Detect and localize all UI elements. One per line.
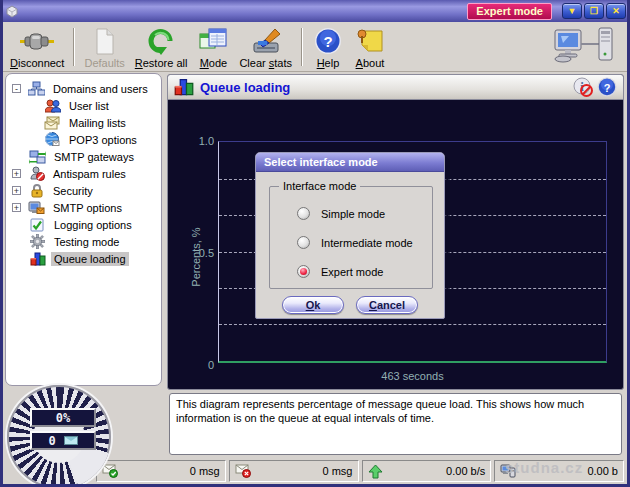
interface-mode-group: Interface mode Simple mode Intermediate … <box>269 186 433 289</box>
pop3-options-icon <box>44 132 61 147</box>
help-button[interactable]: ? Help <box>307 24 349 70</box>
sidebar-item-queue-loading[interactable]: Queue loading <box>6 250 161 267</box>
radio-icon[interactable] <box>297 207 310 220</box>
upload-arrow-icon <box>368 464 384 478</box>
queue-loading-icon <box>29 251 46 266</box>
sidebar-item-antispam-rules[interactable]: + Antispam rules <box>6 165 161 182</box>
sidebar-item-label: Domains and users <box>50 82 151 96</box>
panel-header: Queue loading i ? <box>168 75 623 100</box>
logging-options-icon <box>29 217 46 232</box>
antispam-rules-icon <box>28 166 45 181</box>
settings-tree: - Domains and users User list Mailing li… <box>5 73 162 386</box>
radio-expert-mode[interactable]: Expert mode <box>270 257 432 286</box>
radio-icon[interactable] <box>297 236 310 249</box>
sidebar-item-label: Logging options <box>51 218 135 232</box>
mode-button[interactable]: Mode <box>192 24 234 70</box>
disconnect-icon <box>20 26 54 56</box>
network-status-icon <box>553 26 615 68</box>
toolbar: Disconnect Defaults Restore all Mode Cl <box>3 22 627 72</box>
sidebar-item-label: Testing mode <box>51 235 122 249</box>
y-tick-1: 1.0 <box>192 135 214 147</box>
radio-selected-icon[interactable] <box>297 265 310 278</box>
radio-label: Expert mode <box>321 266 383 278</box>
gauge-message-display: 0 <box>30 431 96 450</box>
sidebar-item-pop3-options[interactable]: POP3 options <box>6 131 161 148</box>
ok-button[interactable]: Ok <box>282 296 344 314</box>
info-disabled-icon[interactable]: i <box>573 77 593 97</box>
gauge-percent-display: 0% <box>30 408 96 427</box>
sidebar-item-label: Mailing lists <box>66 116 129 130</box>
expand-icon[interactable]: + <box>12 169 21 178</box>
y-tick-05: 0.5 <box>192 247 214 259</box>
security-icon <box>28 183 45 198</box>
about-button[interactable]: About <box>349 24 391 70</box>
y-tick-0: 0 <box>192 359 214 371</box>
sidebar-item-logging-options[interactable]: Logging options <box>6 216 161 233</box>
sidebar-item-label: POP3 options <box>66 133 140 147</box>
status-value: 0 msg <box>323 465 353 477</box>
radio-simple-mode[interactable]: Simple mode <box>270 199 432 228</box>
app-icon <box>4 3 22 19</box>
minimize-button[interactable]: ▼ <box>562 3 582 19</box>
select-interface-mode-dialog: Select interface mode Interface mode Sim… <box>255 152 445 319</box>
panel-help-icon[interactable]: ? <box>597 77 617 97</box>
sidebar-item-smtp-gateways[interactable]: SMTP gateways <box>6 148 161 165</box>
queue-loading-panel-icon <box>174 77 194 98</box>
mailing-lists-icon <box>44 115 61 130</box>
envelope-icon <box>64 436 78 445</box>
description-panel: This diagram represents percentage of me… <box>169 393 622 455</box>
sidebar-item-label: SMTP options <box>50 201 125 215</box>
help-label: Help <box>317 57 340 69</box>
sidebar-item-security[interactable]: + Security <box>6 182 161 199</box>
expand-icon[interactable]: + <box>12 186 21 195</box>
user-list-icon <box>44 98 61 113</box>
close-button[interactable]: ✕ <box>606 3 626 19</box>
svg-text:?: ? <box>323 33 332 50</box>
sidebar-item-label: User list <box>66 99 112 113</box>
sidebar-item-mailing-lists[interactable]: Mailing lists <box>6 114 161 131</box>
smtp-gateways-icon <box>29 149 46 164</box>
group-label: Interface mode <box>279 180 360 192</box>
sidebar-item-domains-and-users[interactable]: - Domains and users <box>6 80 161 97</box>
status-value: 0.00 b <box>587 465 618 477</box>
watermark: studna.cz <box>505 459 583 476</box>
disconnect-button[interactable]: Disconnect <box>5 24 69 70</box>
radio-label: Intermediate mode <box>321 237 413 249</box>
restore-all-icon <box>147 26 175 56</box>
sidebar-item-smtp-options[interactable]: + SMTP options <box>6 199 161 216</box>
mode-icon <box>199 26 227 56</box>
mode-badge: Expert mode <box>467 3 552 20</box>
x-axis-label: 463 seconds <box>218 370 607 382</box>
defaults-icon <box>93 26 117 56</box>
collapse-icon[interactable]: - <box>12 84 21 93</box>
status-value: 0.00 b/s <box>446 465 485 477</box>
toolbar-separator <box>301 28 303 66</box>
radio-label: Simple mode <box>321 208 385 220</box>
sidebar-item-label: Queue loading <box>51 252 129 266</box>
sidebar-item-label: Antispam rules <box>50 167 129 181</box>
title-bar: Expert mode ▼ ❐ ✕ <box>0 0 630 22</box>
gridline <box>219 324 606 325</box>
sidebar-item-testing-mode[interactable]: Testing mode <box>6 233 161 250</box>
defaults-label: Defaults <box>84 57 124 69</box>
clear-stats-label: Clear stats <box>239 57 292 69</box>
clear-stats-button[interactable]: Clear stats <box>234 24 297 70</box>
help-icon: ? <box>314 26 342 56</box>
expand-icon[interactable]: + <box>12 203 21 212</box>
restore-all-button[interactable]: Restore all <box>130 24 193 70</box>
maximize-button[interactable]: ❐ <box>584 3 604 19</box>
message-error-icon <box>235 464 251 478</box>
dialog-title-bar[interactable]: Select interface mode <box>256 153 444 172</box>
panel-title: Queue loading <box>200 80 290 95</box>
defaults-button[interactable]: Defaults <box>79 24 129 70</box>
testing-mode-icon <box>29 234 46 249</box>
about-label: About <box>356 57 385 69</box>
mode-label: Mode <box>200 57 228 69</box>
sidebar-item-user-list[interactable]: User list <box>6 97 161 114</box>
restore-all-label: Restore all <box>135 57 188 69</box>
disconnect-label: Disconnect <box>10 57 64 69</box>
app-window: Expert mode ▼ ❐ ✕ Disconnect Defaults Re… <box>0 0 630 487</box>
cancel-button[interactable]: Cancel <box>356 296 418 314</box>
about-icon <box>356 26 384 56</box>
radio-intermediate-mode[interactable]: Intermediate mode <box>270 228 432 257</box>
